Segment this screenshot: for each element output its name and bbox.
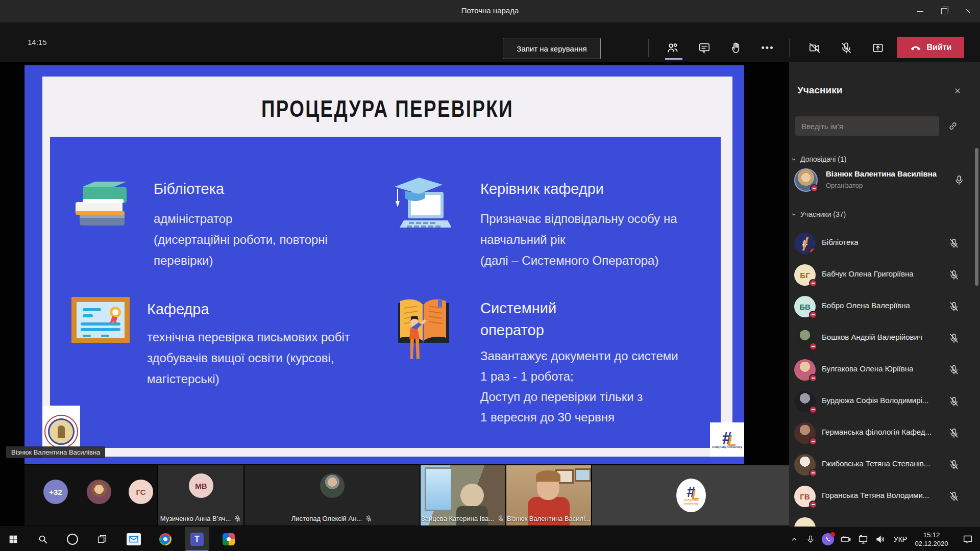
video-tile[interactable]: Візнюк Валентина Василі... [506,465,591,525]
teams-icon: T [190,533,204,546]
avatar: # [794,233,816,254]
taskbar-clock[interactable]: 15:12 02.12.2020 [912,531,951,548]
mic-toggle-button[interactable] [836,38,856,58]
photos-app-button[interactable] [216,527,241,551]
tray-mic-button[interactable] [802,527,819,551]
cortana-button[interactable] [60,527,85,551]
participant-row[interactable]: Германська філологія Кафед... [789,417,980,449]
copy-link-button[interactable] [945,118,961,134]
restore-button[interactable] [932,0,956,22]
mic-off-icon [497,515,505,522]
busy-badge [809,500,817,509]
participant-name: Бурдюжа Софія Володимирі... [822,396,928,405]
participant-name: Бошков Андрій Валерійович [822,333,922,341]
close-button[interactable] [956,0,980,22]
participant-row[interactable]: Булгакова Олена Юріївна [789,354,980,386]
hand-icon [729,41,743,55]
chrome-app-button[interactable] [153,527,178,551]
request-control-button[interactable]: Запит на керування [503,38,601,59]
task-view-button[interactable] [90,527,114,551]
participants-button[interactable] [663,38,683,58]
speaker-row[interactable]: Візнюк Валентина Василівна Організатор [794,167,976,198]
participant-row[interactable]: Бурдюжа Софія Володимирі... [789,386,980,417]
participant-name: Бабчук Олена Григоріївна [822,269,914,278]
window-titlebar: Поточна нарада [0,0,980,22]
books-icon [69,176,134,233]
viber-tray-button[interactable] [819,527,837,551]
network-tray-button[interactable] [854,527,872,551]
person-in-video [536,470,560,482]
participant-row[interactable]: Бошков Андрій Валерійович [789,322,980,354]
chat-button[interactable] [694,38,715,58]
chevron-down-icon [790,156,797,163]
teams-meeting-window: Поточна нарада 14:15 Запит на керування … [0,0,980,551]
start-button[interactable] [1,527,26,551]
busy-badge [809,311,817,319]
ellipsis-icon: ••• [762,45,774,51]
windows-logo-icon [8,534,19,545]
search-input[interactable] [795,116,939,136]
close-icon [953,87,962,95]
participant-row[interactable] [789,512,980,527]
participant-name: Гжибовська Тетяна Степанів... [822,459,930,468]
busy-badge [809,342,817,350]
attendees-section-header[interactable]: Учасники (37) [790,208,964,220]
tray-expand-button[interactable] [786,527,802,551]
video-tile[interactable]: Листопад Олексій Ан... [244,465,420,525]
volume-tray-button[interactable] [872,527,889,551]
leave-label: Вийти [927,43,952,52]
taskbar-search-button[interactable] [31,527,55,551]
slide-panel: ПРОЦЕДУРА ПЕРЕВІРКИ Бібліотека адміністр… [42,77,732,457]
avatar: БВ [794,296,816,317]
participants-active-indicator [665,58,682,60]
hangup-icon [910,41,922,54]
laptop-graduation-icon [389,173,451,232]
slide-item-heading: Кафедра [147,301,209,318]
camera-toggle-button[interactable] [804,38,825,58]
mic-off-icon [948,269,960,281]
panel-title: Учасники [797,85,842,96]
action-center-button[interactable] [955,527,980,551]
raise-hand-button[interactable] [726,38,746,58]
avatar [794,422,816,444]
video-tile[interactable]: Зайцева Катерина Іва... [421,465,505,525]
person-book-icon [391,294,455,360]
attendee-list: #БібліотекаБГБабчук Олена ГригоріївнаБВБ… [789,228,980,527]
avatar [794,168,818,192]
speaker-name: Візнюк Валентина Василівна [826,169,937,178]
participant-row[interactable]: БВБобро Олена Валеріївна [789,291,980,322]
mic-off-icon [948,333,960,344]
mic-off-icon [948,364,960,375]
slide-item-heading: Системний оператор [480,297,608,341]
presentation-slide: ПРОЦЕДУРА ПЕРЕВІРКИ Бібліотека адміністр… [24,65,744,464]
leave-button[interactable]: Вийти [897,37,964,58]
busy-badge [809,374,817,382]
overflow-tile[interactable]: +32 ГС [24,465,157,525]
avatar [794,454,816,475]
minimize-button[interactable] [908,0,932,22]
taskbar-date: 02.12.2020 [912,539,951,548]
battery-tray-button[interactable] [837,527,854,551]
more-actions-button[interactable]: ••• [757,38,778,58]
tile-name: Зайцева Катерина Іва... [421,515,494,522]
slide-item-text: Призначає відповідальну особу на навчаль… [480,208,677,271]
participant-row[interactable]: БГБабчук Олена Григоріївна [789,259,980,291]
window-title: Поточна нарада [0,6,980,15]
participant-row[interactable]: ГВГоранська Тетяна Володими... [789,481,980,512]
share-button[interactable] [868,38,888,58]
video-tile[interactable]: МВ Музиченко Анна В’яч... [158,465,243,525]
slide-content: Бібліотека адміністратор (дисертаційні р… [50,137,721,448]
language-indicator[interactable]: УКР [889,527,912,551]
mail-app-button[interactable] [121,527,146,551]
ushynsky-logo: #L Ushynsky University [676,479,706,512]
logo-tile[interactable]: #L Ushynsky University [592,465,789,525]
mic-off-icon [948,459,960,470]
speakers-section-header[interactable]: Доповідачі (1) [790,153,964,165]
chevron-down-icon [790,211,797,218]
teams-app-button[interactable]: T [185,527,209,551]
panel-scrollbar[interactable] [975,148,978,286]
link-icon [947,120,959,132]
participant-row[interactable]: Гжибовська Тетяна Степанів... [789,449,980,481]
participant-row[interactable]: #Бібліотека [789,228,980,259]
panel-close-button[interactable] [950,84,965,98]
